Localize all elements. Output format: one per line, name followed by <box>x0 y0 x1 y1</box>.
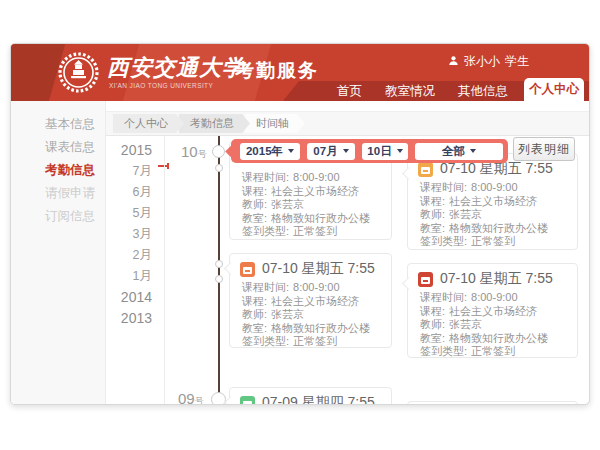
user-icon <box>448 55 459 69</box>
field-teacher: 教师:张芸京 <box>420 208 577 222</box>
nav-classrooms[interactable]: 教室情况 <box>385 83 435 100</box>
timeline-node <box>212 145 225 158</box>
field-course-time: 课程时间:8:00-9:00 <box>420 291 577 305</box>
timeline-node <box>215 260 223 268</box>
nav-home[interactable]: 首页 <box>337 83 362 100</box>
app-window: 西安交通大学 XI'AN JIAO TONG UNIVERSITY 考勤服务 张… <box>10 43 590 405</box>
sidebar-item-attendance-info[interactable]: 考勤信息 <box>11 159 105 182</box>
university-name-cn: 西安交通大学 <box>107 53 245 83</box>
calendar-icon <box>240 262 255 277</box>
breadcrumb: 个人中心 考勤信息 时间轴 <box>106 111 589 136</box>
field-course: 课程:社会主义市场经济 <box>242 185 391 199</box>
scale-month-mar[interactable]: 3月 <box>106 224 162 245</box>
attendance-card: 07-10 星期五 7:55 课程时间:8:00-9:00 课程:社会主义市场经… <box>407 263 578 358</box>
day-dropdown[interactable]: 10日 <box>362 143 408 160</box>
field-teacher: 教师:张芸京 <box>420 318 577 332</box>
user-role: 学生 <box>505 53 529 70</box>
field-teacher: 教师:张芸京 <box>242 198 391 212</box>
list-detail-button[interactable]: 列表明细 <box>513 137 575 161</box>
sidebar-list: 基本信息 课表信息 考勤信息 请假申请 订阅信息 <box>11 113 105 228</box>
attendance-card: 07-10 星期五 7:55 课程时间:8:00-9:00 课程:社会主义市场经… <box>407 153 578 250</box>
card-date: 07-10 星期五 7:55 <box>262 260 375 278</box>
field-classroom: 教室:格物致知行政办公楼 <box>242 322 391 336</box>
scale-month-jun[interactable]: 6月 <box>106 182 162 203</box>
app-title: 考勤服务 <box>235 58 319 84</box>
month-dropdown[interactable]: 07月 <box>307 143 355 160</box>
day-label-09: 09号 <box>178 390 204 405</box>
field-signin-type: 签到类型:正常签到 <box>242 335 391 349</box>
date-filter-bar: 2015年 07月 10日 全部 <box>231 139 508 163</box>
sidebar-item-schedule-info[interactable]: 课表信息 <box>11 136 105 159</box>
calendar-icon <box>418 162 433 177</box>
timeline-node <box>215 275 223 283</box>
chevron-down-icon <box>397 149 403 153</box>
type-dropdown[interactable]: 全部 <box>415 143 503 160</box>
field-classroom: 教室:格物致知行政办公楼 <box>420 222 577 236</box>
university-name-en: XI'AN JIAO TONG UNIVERSITY <box>109 82 213 89</box>
breadcrumb-personal-center[interactable]: 个人中心 <box>113 114 184 133</box>
chevron-down-icon <box>288 149 294 153</box>
scale-month-feb[interactable]: 2月 <box>106 245 162 266</box>
current-month-marker <box>158 165 167 167</box>
card-date: 07-09 星期四 7:55 <box>262 394 375 405</box>
day-label-10: 10号 <box>181 143 207 161</box>
field-course-time: 课程时间:8:00-9:00 <box>420 181 577 195</box>
field-course: 课程:社会主义市场经济 <box>420 305 577 319</box>
field-teacher: 教师:张芸京 <box>242 308 391 322</box>
field-course-time: 课程时间:8:00-9:00 <box>242 281 391 295</box>
sidebar-item-leave-request[interactable]: 请假申请 <box>11 182 105 205</box>
app-header: 西安交通大学 XI'AN JIAO TONG UNIVERSITY 考勤服务 张… <box>11 44 589 101</box>
nav-other-info[interactable]: 其他信息 <box>458 83 508 100</box>
field-signin-type: 签到类型:正常签到 <box>420 235 577 249</box>
scale-divider <box>164 136 165 404</box>
sidebar-item-basic-info[interactable]: 基本信息 <box>11 113 105 136</box>
breadcrumb-attendance-info[interactable]: 考勤信息 <box>179 114 250 133</box>
attendance-card: 07-10 星期五 7:55 课程时间:8:00-9:00 课程:社会主义市场经… <box>229 253 392 348</box>
breadcrumb-timeline[interactable]: 时间轴 <box>245 114 305 133</box>
main-nav: 首页 教室情况 其他信息 <box>337 81 508 101</box>
nav-personal-center-active-tab[interactable]: 个人中心 <box>524 78 584 101</box>
scale-month-jul[interactable]: 7月 <box>106 161 162 182</box>
sidebar-item-subscription-info[interactable]: 订阅信息 <box>11 205 105 228</box>
sidebar: 基本信息 课表信息 考勤信息 请假申请 订阅信息 <box>11 101 106 404</box>
user-name: 张小小 <box>464 53 500 70</box>
timeline-scale: 2015 7月 6月 5月 3月 2月 1月 2014 2013 <box>106 140 162 329</box>
attendance-card: 07-09 星期四 7:55 <box>229 387 392 405</box>
field-classroom: 教室:格物致知行政办公楼 <box>420 332 577 346</box>
chevron-down-icon <box>470 149 476 153</box>
field-signin-type: 签到类型:正常签到 <box>242 225 391 239</box>
field-course-time: 课程时间:8:00-9:00 <box>242 171 391 185</box>
scale-month-jan[interactable]: 1月 <box>106 266 162 287</box>
field-classroom: 教室:格物致知行政办公楼 <box>242 212 391 226</box>
scale-month-may[interactable]: 5月 <box>106 203 162 224</box>
field-course: 课程:社会主义市场经济 <box>420 195 577 209</box>
calendar-icon <box>240 396 255 406</box>
calendar-icon <box>418 272 433 287</box>
card-date: 07-10 星期五 7:55 <box>440 270 553 288</box>
scale-year-2014[interactable]: 2014 <box>106 287 162 308</box>
field-signin-type: 签到类型:正常签到 <box>420 345 577 359</box>
year-dropdown[interactable]: 2015年 <box>240 143 300 160</box>
field-course: 课程:社会主义市场经济 <box>242 295 391 309</box>
timeline-node <box>215 164 223 172</box>
scale-year-2013[interactable]: 2013 <box>106 308 162 329</box>
university-logo <box>58 52 99 93</box>
scale-year-2015[interactable]: 2015 <box>106 140 162 161</box>
attendance-card-partial <box>407 401 578 405</box>
user-menu[interactable]: 张小小 学生 <box>448 53 529 70</box>
chevron-down-icon <box>343 149 349 153</box>
